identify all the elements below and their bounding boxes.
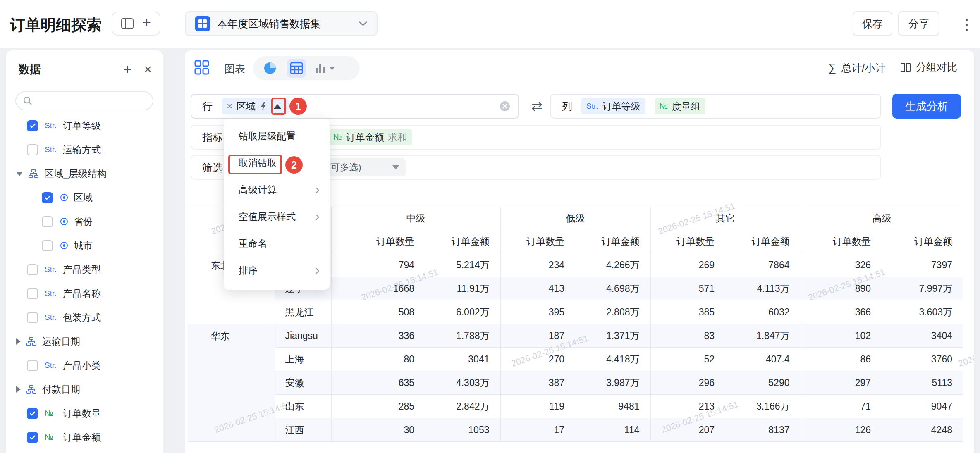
column-header[interactable]: 订单数量 bbox=[801, 230, 882, 253]
swap-axes-icon[interactable]: ⇄ bbox=[531, 98, 543, 114]
value-cell[interactable]: 269 bbox=[650, 253, 725, 277]
province-cell[interactable]: 黑龙江 bbox=[275, 300, 331, 324]
column-group-header[interactable]: 中级 bbox=[331, 207, 500, 230]
field-checkbox[interactable] bbox=[27, 288, 38, 299]
province-cell[interactable]: Jiangsu bbox=[275, 324, 331, 348]
field-item-10[interactable]: Str.产品小类 bbox=[6, 353, 163, 377]
close-panel-icon[interactable]: × bbox=[144, 62, 152, 77]
drill-icon[interactable] bbox=[260, 102, 267, 111]
province-cell[interactable]: 江西 bbox=[275, 418, 331, 442]
menu-item-1[interactable]: 钻取层级配置 bbox=[224, 123, 330, 150]
value-cell[interactable]: 571 bbox=[650, 277, 725, 300]
province-cell[interactable]: 山东 bbox=[275, 395, 331, 418]
value-cell[interactable]: 4.418万 bbox=[575, 348, 650, 371]
value-cell[interactable]: 71 bbox=[801, 395, 882, 418]
value-cell[interactable]: 4248 bbox=[882, 418, 963, 442]
value-cell[interactable]: 4.303万 bbox=[425, 371, 500, 395]
field-item-2[interactable]: 区域_层级结构 bbox=[6, 162, 163, 186]
province-cell[interactable]: 上海 bbox=[275, 348, 331, 371]
field-checkbox[interactable] bbox=[27, 264, 38, 275]
field-checkbox[interactable] bbox=[42, 216, 53, 227]
value-cell[interactable]: 7.997万 bbox=[882, 277, 963, 300]
new-sheet-icon[interactable]: + bbox=[142, 15, 151, 30]
value-cell[interactable]: 30 bbox=[331, 418, 425, 442]
value-cell[interactable]: 9481 bbox=[575, 395, 650, 418]
value-cell[interactable]: 7864 bbox=[725, 253, 801, 277]
column-header[interactable]: 订单金额 bbox=[725, 230, 801, 253]
menu-item-6[interactable]: 排序› bbox=[224, 257, 330, 284]
field-item-11[interactable]: 付款日期 bbox=[6, 377, 163, 401]
field-item-0[interactable]: Str.订单等级 bbox=[6, 114, 163, 138]
value-cell[interactable]: 1.371万 bbox=[575, 324, 650, 348]
share-button[interactable]: 分享 bbox=[898, 11, 939, 36]
field-checkbox[interactable] bbox=[42, 192, 53, 203]
value-cell[interactable]: 3404 bbox=[882, 324, 963, 348]
value-cell[interactable]: 207 bbox=[650, 418, 725, 442]
value-cell[interactable]: 114 bbox=[575, 418, 650, 442]
value-cell[interactable]: 270 bbox=[500, 348, 575, 371]
value-cell[interactable]: 9047 bbox=[882, 395, 963, 418]
value-cell[interactable]: 395 bbox=[500, 300, 575, 324]
bar-chart-icon[interactable] bbox=[315, 63, 326, 74]
value-cell[interactable]: 11.91万 bbox=[425, 277, 500, 300]
value-cell[interactable]: 4.266万 bbox=[575, 253, 650, 277]
value-cell[interactable]: 52 bbox=[650, 348, 725, 371]
column-field-chip-1[interactable]: №度量组 bbox=[655, 98, 705, 114]
value-cell[interactable]: 126 bbox=[801, 418, 882, 442]
value-cell[interactable]: 385 bbox=[650, 300, 725, 324]
column-header[interactable]: 订单金额 bbox=[882, 230, 963, 253]
column-header[interactable]: 订单数量 bbox=[331, 230, 425, 253]
region-cell[interactable]: 华东 bbox=[188, 324, 275, 442]
value-cell[interactable]: 387 bbox=[500, 371, 575, 395]
field-item-5[interactable]: 城市 bbox=[6, 234, 163, 257]
column-header[interactable]: 订单数量 bbox=[650, 230, 725, 253]
value-cell[interactable]: 366 bbox=[801, 300, 882, 324]
collapse-caret-icon[interactable] bbox=[16, 172, 23, 176]
field-search[interactable] bbox=[15, 91, 153, 110]
value-cell[interactable]: 1668 bbox=[331, 277, 425, 300]
view-switch-icon[interactable] bbox=[194, 60, 210, 77]
value-cell[interactable]: 8137 bbox=[725, 418, 801, 442]
field-checkbox[interactable] bbox=[27, 120, 38, 131]
column-field-chip-0[interactable]: Str.订单等级 bbox=[581, 98, 645, 114]
column-header[interactable]: 订单数量 bbox=[500, 230, 575, 253]
value-cell[interactable]: 4.113万 bbox=[725, 277, 801, 300]
value-cell[interactable]: 1.847万 bbox=[725, 324, 801, 348]
expand-caret-icon[interactable] bbox=[16, 386, 21, 393]
value-cell[interactable]: 635 bbox=[331, 371, 425, 395]
totals-button[interactable]: ∑ 总计/小计 bbox=[828, 61, 885, 75]
field-checkbox[interactable] bbox=[27, 144, 38, 155]
value-cell[interactable]: 86 bbox=[801, 348, 882, 371]
field-item-6[interactable]: Str.产品类型 bbox=[6, 257, 163, 281]
value-cell[interactable]: 80 bbox=[331, 348, 425, 371]
value-cell[interactable]: 413 bbox=[500, 277, 575, 300]
remove-field-icon[interactable]: × bbox=[227, 101, 232, 111]
value-cell[interactable]: 3041 bbox=[425, 348, 500, 371]
generate-analysis-button[interactable]: 生成分析 bbox=[892, 94, 961, 119]
value-cell[interactable]: 297 bbox=[801, 371, 882, 395]
add-field-icon[interactable]: + bbox=[123, 61, 131, 77]
value-cell[interactable]: 336 bbox=[331, 324, 425, 348]
value-cell[interactable]: 5.214万 bbox=[425, 253, 500, 277]
value-cell[interactable]: 2.842万 bbox=[425, 395, 500, 418]
province-cell[interactable]: 安徽 bbox=[275, 371, 331, 395]
value-cell[interactable]: 296 bbox=[650, 371, 725, 395]
value-cell[interactable]: 7397 bbox=[882, 253, 963, 277]
field-checkbox[interactable] bbox=[42, 240, 53, 251]
menu-item-3[interactable]: 高级计算› bbox=[224, 176, 330, 203]
more-menu-icon[interactable]: ⋮ bbox=[959, 16, 974, 33]
field-item-4[interactable]: 省份 bbox=[6, 210, 163, 234]
value-cell[interactable]: 326 bbox=[801, 253, 882, 277]
column-group-header[interactable]: 高级 bbox=[801, 207, 963, 230]
column-header[interactable]: 订单金额 bbox=[575, 230, 650, 253]
field-item-13[interactable]: №订单金额 bbox=[6, 425, 163, 449]
value-cell[interactable]: 119 bbox=[500, 395, 575, 418]
clear-shelf-icon[interactable] bbox=[499, 100, 511, 112]
metric-field-chip[interactable]: № 订单金额 求和 bbox=[328, 129, 412, 145]
value-cell[interactable]: 187 bbox=[500, 324, 575, 348]
field-checkbox[interactable] bbox=[27, 312, 38, 323]
value-cell[interactable]: 5290 bbox=[725, 371, 801, 395]
expand-caret-icon[interactable] bbox=[16, 338, 21, 345]
field-checkbox[interactable] bbox=[27, 408, 38, 419]
chart-type-caret-icon[interactable] bbox=[329, 67, 335, 70]
